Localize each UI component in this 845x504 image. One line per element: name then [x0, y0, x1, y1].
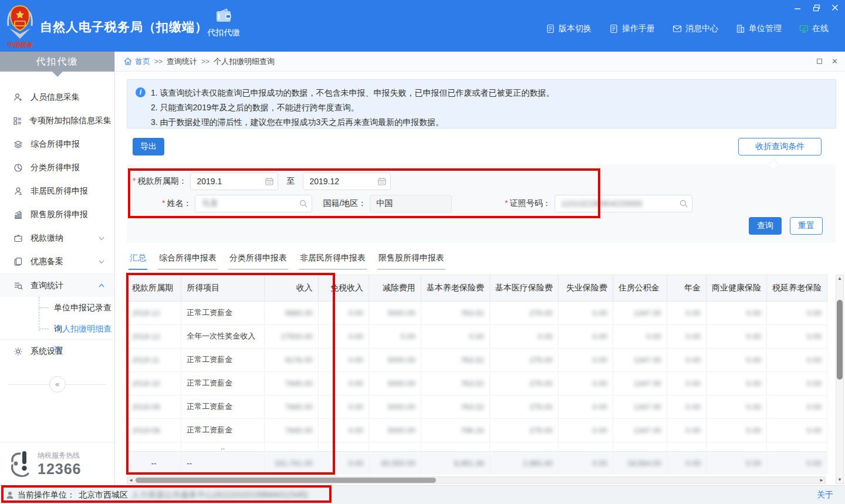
- table-cell: 0.00: [558, 371, 613, 395]
- table-cell: 5000.00: [369, 371, 421, 395]
- current-unit-label: 当前操作单位：: [18, 490, 75, 500]
- table-row[interactable]: 2019-11正常工资薪金9178.000.005000.00763.52279…: [127, 348, 827, 371]
- table-cell: [489, 442, 558, 451]
- horizontal-scroll-thumb[interactable]: [136, 478, 436, 483]
- table-cell: 正常工资薪金: [181, 371, 264, 395]
- tab-item[interactable]: 非居民所得申报表: [299, 251, 367, 270]
- vertical-scroll-thumb[interactable]: [837, 300, 843, 380]
- reset-button[interactable]: 重置: [790, 217, 823, 235]
- table-row[interactable]: 2019-12全年一次性奖金收入27500.000.000.000.000.00…: [127, 324, 827, 348]
- table-cell: 0.00: [318, 418, 369, 442]
- column-header: 住房公积金: [613, 275, 667, 301]
- calendar-icon[interactable]: [265, 177, 273, 185]
- calendar-icon[interactable]: [378, 177, 386, 185]
- tax-emblem-logo: 中国税务: [5, 2, 35, 49]
- current-unit: 当前操作单位：北京市西城区人力资源公共服务中心(91110102199MA012…: [6, 490, 308, 500]
- table-cell: 2019-10: [127, 371, 181, 395]
- period-from-input[interactable]: 2019.1: [190, 172, 278, 190]
- id-label: 证照号码：: [505, 198, 550, 209]
- result-table: 税款所属期所得项目收入免税收入减除费用基本养老保险费基本医疗保险费失业保险费住房…: [127, 275, 827, 475]
- table-row[interactable]: 2019-09正常工资薪金7645.000.005000.00763.52279…: [127, 395, 827, 418]
- pane-maximize-icon[interactable]: [817, 59, 822, 64]
- table-cell: 1347.00: [613, 371, 667, 395]
- export-button[interactable]: 导出: [133, 138, 164, 155]
- main-tab-label: 代扣代缴: [204, 28, 243, 38]
- pane-close-icon[interactable]: ✕: [832, 57, 838, 66]
- search-list-icon: [13, 281, 23, 290]
- table-row[interactable]: 2019-08正常工资薪金7645.000.005000.00798.24279…: [127, 418, 827, 442]
- table-cell: 0.00: [667, 371, 706, 395]
- id-number-input[interactable]: 110102199904220000: [555, 195, 692, 212]
- sidebar-item[interactable]: 税款缴纳: [0, 226, 114, 250]
- scroll-left-icon[interactable]: ◄: [127, 477, 134, 483]
- minimize-button[interactable]: [792, 2, 803, 13]
- table-cell: 0.00: [766, 451, 827, 475]
- sidebar-item[interactable]: 查询统计: [0, 273, 114, 297]
- table-row[interactable]: 2019-12正常工资薪金9985.000.005000.00763.52279…: [127, 301, 827, 324]
- scroll-up-icon[interactable]: ▲: [836, 275, 843, 282]
- filter-notch: [769, 159, 779, 169]
- table-cell: 0.00: [318, 395, 369, 418]
- table-cell: 0.00: [318, 348, 369, 371]
- breadcrumb-separator: >>: [154, 57, 163, 66]
- sidebar-collapse-button[interactable]: «: [49, 376, 66, 393]
- table-cell: 0.00: [558, 324, 613, 348]
- sidebar-item-label: 优惠备案: [31, 256, 97, 267]
- tab-item[interactable]: 限售股所得申报表: [377, 251, 445, 270]
- tab-daikou-daijiao[interactable]: 代扣代缴: [204, 8, 243, 38]
- table-row[interactable]: 2019-10正常工资薪金7645.000.005000.00763.52279…: [127, 371, 827, 395]
- column-header: 免税收入: [318, 275, 369, 301]
- header-link-label: 版本切换: [559, 23, 592, 34]
- tab-item[interactable]: 分类所得申报表: [228, 251, 288, 270]
- restore-button[interactable]: [811, 2, 822, 13]
- close-button[interactable]: [830, 2, 840, 13]
- notice-line: 2. 只能查询2019年及之后的数据，不能进行跨年度查询。: [151, 100, 827, 115]
- name-input[interactable]: 马某: [195, 195, 312, 212]
- header-link-manual[interactable]: 操作手册: [609, 23, 655, 34]
- sidebar-item[interactable]: 综合所得申报: [0, 133, 114, 156]
- table-cell: 2019-11: [127, 348, 181, 371]
- scroll-right-icon[interactable]: ►: [818, 477, 825, 483]
- table-cell: 8,991.36: [421, 451, 489, 475]
- status-bar: 当前操作单位：北京市西城区人力资源公共服务中心(91110102199MA012…: [0, 485, 845, 504]
- search-icon[interactable]: [680, 199, 688, 208]
- horizontal-scrollbar[interactable]: ◄ ►: [127, 476, 826, 484]
- sidebar-item-label: 查询统计: [31, 280, 97, 291]
- tab-item[interactable]: 综合所得申报表: [158, 251, 218, 270]
- current-unit-name-blurred: 人力资源公共服务中心(91110102199MA012345): [131, 490, 308, 500]
- nationality-input[interactable]: 中国: [370, 195, 452, 212]
- sidebar-subitem[interactable]: 单位申报记录查询: [0, 297, 114, 318]
- table-cell: 0.00: [667, 418, 706, 442]
- table-cell: [421, 442, 489, 451]
- wallet2-icon: [13, 234, 23, 243]
- header-link-online[interactable]: 在线: [799, 23, 829, 34]
- period-to-input[interactable]: 2019.12: [303, 172, 391, 190]
- header-link-document[interactable]: 版本切换: [546, 23, 592, 34]
- table-cell: 0.00: [318, 301, 369, 324]
- sidebar-item[interactable]: 分类所得申报: [0, 156, 114, 180]
- search-icon[interactable]: [299, 199, 307, 208]
- sidebar-subitem[interactable]: 个人扣缴明细查询: [0, 318, 114, 339]
- sidebar-item[interactable]: 限售股所得申报: [0, 203, 114, 226]
- table-cell: 1347.00: [613, 418, 667, 442]
- breadcrumb-home[interactable]: 首页: [124, 56, 150, 67]
- scroll-down-icon[interactable]: ▼: [836, 476, 843, 483]
- sidebar-item[interactable]: 优惠备案: [0, 250, 114, 273]
- about-link[interactable]: 关于: [817, 490, 833, 500]
- sidebar-item[interactable]: 专项附加扣除信息采集: [0, 109, 114, 133]
- sidebar-item[interactable]: 系统设置: [0, 340, 114, 363]
- sidebar-item[interactable]: 人员信息采集: [0, 86, 114, 109]
- hotline-headset-icon: [8, 450, 33, 478]
- vertical-scrollbar[interactable]: ▲ ▼: [836, 275, 844, 484]
- query-button[interactable]: 查询: [749, 217, 782, 235]
- header-link-mail[interactable]: 消息中心: [672, 23, 718, 34]
- table-cell: 5000.00: [369, 418, 421, 442]
- table-cell: 0.00: [706, 324, 766, 348]
- tab-active[interactable]: 汇总: [129, 251, 147, 270]
- sidebar-item[interactable]: 非居民所得申报: [0, 180, 114, 203]
- column-header: 商业健康保险: [706, 275, 766, 301]
- collapse-query-button[interactable]: 收折查询条件: [738, 138, 822, 155]
- header-link-org[interactable]: 单位管理: [736, 23, 782, 34]
- document-icon: [546, 24, 555, 33]
- table-cell: 0.00: [667, 301, 706, 324]
